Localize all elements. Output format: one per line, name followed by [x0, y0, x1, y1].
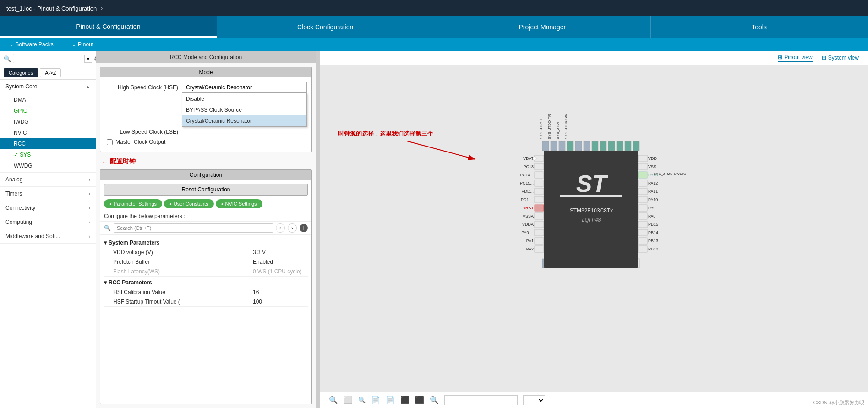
tab-a-to-z[interactable]: A->Z — [40, 68, 61, 77]
pin-label-vss: VSS — [648, 164, 656, 169]
title-arrow: › — [100, 4, 103, 12]
master-clock-checkbox[interactable] — [107, 139, 113, 145]
software-packs-item[interactable]: ⌄ Software Packs — [9, 41, 54, 48]
rcc-panel-title: RCC Mode and Configuration — [96, 51, 316, 63]
st-line — [560, 195, 622, 197]
param-hsf-startup-value: 100 — [253, 299, 308, 305]
tab-project-manager[interactable]: Project Manager — [434, 16, 651, 38]
param-tab-dot: ● — [109, 202, 112, 206]
master-clock-label: Master Clock Output — [115, 139, 165, 145]
left-pin-pa0 — [535, 229, 544, 236]
split-icon[interactable]: ⬛ — [400, 396, 409, 404]
system-params-chevron-icon: ▾ — [104, 239, 107, 246]
dropdown-option-crystal[interactable]: Crystal/Ceramic Resonator — [182, 115, 306, 126]
group-expand-icon: ▲ — [86, 84, 90, 89]
sidebar-item-computing[interactable]: Computing › — [0, 215, 96, 229]
pin-label-pa8: PA8 — [648, 214, 655, 218]
tab-user-constants[interactable]: ● User Constants — [164, 199, 214, 208]
center-panel: RCC Mode and Configuration Mode High Spe… — [96, 51, 316, 408]
rcc-params-group[interactable]: ▾ RCC Parameters — [104, 279, 308, 286]
zoom-out-icon[interactable]: 🔍 — [358, 397, 366, 403]
system-view-label: System view — [828, 54, 859, 61]
sidebar-item-iwdg[interactable]: IWDG — [0, 116, 96, 127]
param-hsi-cal-name: HSI Calibration Value — [113, 289, 253, 295]
sidebar-item-middleware[interactable]: Middleware and Soft... › — [0, 229, 96, 244]
top-pin-6 — [584, 141, 590, 151]
mode-body: High Speed Clock (HSE) Disable BYPASS Cl… — [100, 77, 311, 152]
tab-categories[interactable]: Categories — [4, 68, 38, 77]
sidebar-item-timers[interactable]: Timers › — [0, 187, 96, 201]
view-header: ⊞ Pinout view ⊞ System view — [320, 51, 868, 65]
right-pin-pb14 — [638, 229, 647, 236]
right-pin-pa8 — [638, 213, 647, 219]
config-section-title: Configuration — [100, 170, 311, 180]
st-logo: ST — [576, 170, 608, 197]
export-icon[interactable]: 📄 — [371, 396, 380, 404]
resize-handle[interactable] — [316, 51, 320, 408]
title-bar: test_1.ioc - Pinout & Configuration › — [0, 0, 868, 16]
tab-parameter-settings[interactable]: ● Parameter Settings — [104, 199, 162, 208]
pin-label-sys-jtms: SYS_JTMS-SWDIO — [654, 172, 686, 176]
search-dropdown-btn[interactable]: ▾ — [84, 55, 92, 63]
tab-tools[interactable]: Tools — [651, 16, 868, 38]
dropdown-option-bypass[interactable]: BYPASS Clock Source — [182, 104, 306, 115]
group-system-core-header[interactable]: System Core ▲ — [0, 80, 96, 93]
sidebar-item-sys[interactable]: SYS — [0, 149, 96, 160]
sidebar-item-analog[interactable]: Analog › — [0, 173, 96, 187]
pinout-view-label: Pinout view — [784, 54, 812, 60]
pinout-item[interactable]: ⌄ Pinout — [72, 41, 93, 48]
tab-pinout-config[interactable]: Pinout & Configuration — [0, 16, 217, 38]
hse-select[interactable]: Disable BYPASS Clock Source Crystal/Cera… — [182, 82, 307, 93]
lse-label: Low Speed Clock (LSE) — [105, 129, 178, 135]
pin-label-pb13: PB13 — [648, 239, 658, 243]
bottom-toolbar: 🔍 ⬜ 🔍 📄 📄 ⬛ ⬛ 🔍 — [320, 392, 868, 408]
title-text: test_1.ioc - Pinout & Configuration — [6, 5, 97, 12]
dropdown-option-disable[interactable]: Disable — [182, 93, 306, 104]
sidebar-item-dma[interactable]: DMA — [0, 94, 96, 105]
top-nav: Pinout & Configuration Clock Configurati… — [0, 16, 868, 38]
top-pin-8 — [600, 141, 606, 151]
params-info-icon[interactable]: i — [300, 224, 308, 232]
top-pin-2 — [551, 141, 557, 151]
system-core-items: DMA GPIO IWDG NVIC RCC SYS WWDG — [0, 93, 96, 172]
toolbar-search-input[interactable] — [444, 395, 518, 405]
right-pin-pb12 — [638, 246, 647, 252]
right-panel: ⊞ Pinout view ⊞ System view 时钟源的选择，这里我们选… — [320, 51, 868, 408]
left-pin-pa1 — [535, 238, 544, 244]
params-search-input[interactable] — [114, 223, 273, 233]
sidebar-item-rcc[interactable]: RCC — [0, 138, 96, 149]
left-pin-vdda — [535, 221, 544, 228]
sidebar-item-gpio[interactable]: GPIO — [0, 105, 96, 116]
rcc-params-chevron-icon: ▾ — [104, 279, 107, 286]
sidebar-search-area: 🔍 ▾ ⚙ — [0, 51, 96, 66]
analog-label: Analog — [5, 176, 22, 183]
sidebar-item-wwdg[interactable]: WWDG — [0, 160, 96, 171]
tab-pinout-view[interactable]: ⊞ Pinout view — [778, 54, 812, 62]
split2-icon[interactable]: ⬛ — [415, 396, 424, 404]
param-tab-label: Parameter Settings — [114, 201, 157, 207]
tab-clock-config[interactable]: Clock Configuration — [217, 16, 434, 38]
search2-icon[interactable]: 🔍 — [430, 396, 439, 404]
toolbar-dropdown[interactable] — [523, 395, 545, 405]
pin-label-pa12: PA12 — [648, 181, 658, 185]
params-prev-btn[interactable]: ‹ — [276, 223, 285, 233]
search-input[interactable] — [13, 54, 82, 63]
params-next-btn[interactable]: › — [288, 223, 297, 233]
pin-label-pc15: PC15... — [519, 181, 533, 185]
tab-nvic-settings[interactable]: ● NVIC Settings — [216, 199, 262, 208]
sidebar-item-nvic[interactable]: NVIC — [0, 127, 96, 138]
config-section: Configuration Reset Configuration ● Para… — [100, 169, 312, 404]
tab-system-view[interactable]: ⊞ System view — [822, 54, 859, 62]
config-body: Reset Configuration ● Parameter Settings… — [100, 180, 311, 404]
zoom-in-icon[interactable]: 🔍 — [329, 396, 338, 404]
fit-view-icon[interactable]: ⬜ — [344, 396, 353, 404]
reset-config-button[interactable]: Reset Configuration — [104, 184, 308, 196]
nvic-tab-dot: ● — [221, 202, 224, 206]
param-vdd-name: VDD voltage (V) — [113, 249, 253, 256]
sidebar-item-connectivity[interactable]: Connectivity › — [0, 201, 96, 215]
system-params-group[interactable]: ▾ System Parameters — [104, 239, 308, 246]
connectivity-label: Connectivity — [5, 205, 35, 211]
left-pin-pdd — [535, 188, 544, 195]
circle-indicator — [533, 157, 536, 160]
export2-icon[interactable]: 📄 — [386, 396, 395, 404]
